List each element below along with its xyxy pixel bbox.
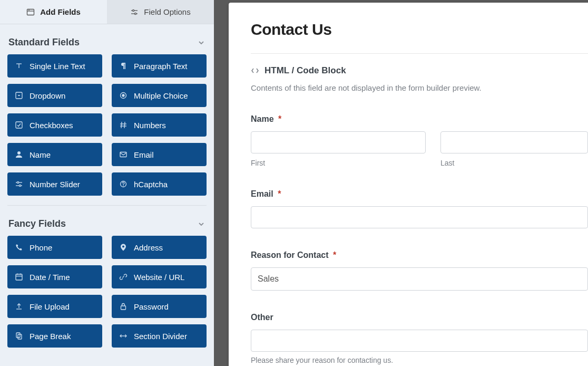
svg-rect-12 [16,122,22,128]
section-title: Fancy Fields [8,218,66,229]
field-label: Single Line Text [30,62,85,71]
svg-line-13 [121,122,122,128]
field-label: Multiple Choice [134,91,188,100]
code-block-desc: Contents of this field are not displayed… [251,83,588,92]
reason-label: Reason for Contact [251,251,329,259]
field-label: Paragraph Text [134,62,187,71]
email-label: Email [251,189,273,198]
hash-icon [119,121,128,129]
field-label: Number Slider [30,180,80,189]
tab-field-options[interactable]: Field Options [107,0,214,24]
user-icon [15,150,23,159]
standard-fields-grid: Single Line Text Paragraph Text Dropdown… [7,54,207,205]
name-field-group[interactable]: Name * First Last [251,114,588,167]
title-divider [251,53,588,54]
svg-point-4 [133,9,134,11]
field-email[interactable]: Email [112,143,207,166]
other-helper: Please share your reason for contacting … [251,356,588,364]
reason-select[interactable]: Sales [251,267,588,291]
field-label: Checkboxes [30,121,73,130]
caret-square-icon [15,91,23,100]
field-dropdown[interactable]: Dropdown [7,84,102,107]
pin-icon [119,243,128,252]
field-numbers[interactable]: Numbers [112,113,207,137]
last-name-input[interactable] [440,131,588,153]
field-name[interactable]: Name [7,143,102,166]
field-label: File Upload [30,302,70,311]
field-label: Phone [30,243,52,252]
field-date-time[interactable]: Date / Time [7,265,102,288]
field-address[interactable]: Address [112,236,207,259]
phone-icon [15,243,23,252]
field-label: Website / URL [134,273,184,282]
field-section-divider[interactable]: Section Divider [112,324,207,348]
svg-point-20 [17,181,18,183]
sidebar: Add Fields Field Options Standard Fields… [0,0,214,366]
field-multiple-choice[interactable]: Multiple Choice [112,84,207,107]
preview-area: Contact Us HTML / Code Block Contents of… [214,0,588,366]
name-label: Name [251,114,274,123]
field-label: Address [134,243,163,252]
field-paragraph-text[interactable]: Paragraph Text [112,54,207,78]
field-label: Password [134,302,169,311]
paragraph-icon [119,62,128,70]
field-page-break[interactable]: Page Break [7,324,102,348]
svg-point-17 [17,151,21,155]
field-password[interactable]: Password [112,295,207,318]
lock-icon [119,302,128,311]
calendar-icon [15,273,23,281]
last-sublabel: Last [440,159,588,167]
field-label: Date / Time [30,273,70,282]
first-name-input[interactable] [251,131,426,153]
svg-rect-31 [121,306,126,310]
section-title: Standard Fields [8,37,80,48]
svg-point-11 [122,94,124,97]
svg-rect-18 [120,152,126,157]
section-toggle-standard[interactable]: Standard Fields [7,32,207,54]
field-label: Email [134,150,154,159]
form-title[interactable]: Contact Us [251,21,588,38]
field-checkboxes[interactable]: Checkboxes [7,113,102,137]
svg-rect-25 [16,274,22,280]
field-label: Numbers [134,121,166,130]
required-mark: * [278,189,281,198]
other-input[interactable] [251,330,588,352]
other-label: Other [251,313,273,322]
sliders-icon [130,8,139,16]
field-label: Section Divider [134,332,187,341]
arrows-h-icon [119,332,128,340]
tab-label: Field Options [144,7,190,16]
reason-field-group[interactable]: Reason for Contact * Sales [251,251,588,291]
tab-add-fields[interactable]: Add Fields [0,0,107,24]
upload-icon [15,302,23,311]
code-icon [251,66,259,75]
email-field-group[interactable]: Email * [251,189,588,228]
section-fancy-fields: Fancy Fields Phone Address Date / Time W… [0,206,214,357]
tab-label: Add Fields [40,7,81,16]
field-single-line-text[interactable]: Single Line Text [7,54,102,78]
chevron-down-icon [197,38,205,47]
svg-rect-0 [27,9,34,15]
field-number-slider[interactable]: Number Slider [7,172,102,196]
checkbox-icon [15,121,23,129]
reason-selected-value: Sales [258,274,279,284]
required-mark: * [278,114,281,123]
svg-point-6 [135,13,136,14]
builder-tabs: Add Fields Field Options [0,0,214,24]
form-icon [26,8,35,16]
field-hcaptcha[interactable]: hCaptcha [112,172,207,196]
text-icon [15,62,23,70]
field-label: Dropdown [30,91,65,100]
sliders-icon [15,180,23,188]
field-website-url[interactable]: Website / URL [112,265,207,288]
html-code-block-field[interactable]: HTML / Code Block Contents of this field… [251,65,588,92]
other-field-group[interactable]: Other Please share your reason for conta… [251,313,588,364]
field-phone[interactable]: Phone [7,236,102,259]
svg-point-22 [19,185,21,186]
question-circle-icon [119,180,128,188]
form-preview: Contact Us HTML / Code Block Contents of… [229,3,588,366]
email-input[interactable] [251,206,588,228]
field-file-upload[interactable]: File Upload [7,295,102,318]
section-toggle-fancy[interactable]: Fancy Fields [7,213,207,236]
code-block-label: HTML / Code Block [264,65,346,76]
